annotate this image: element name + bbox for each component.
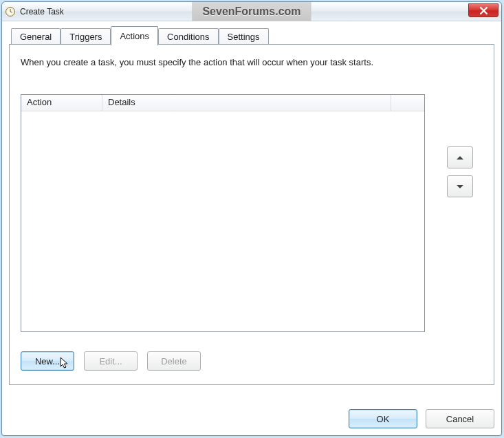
create-task-window: Create Task SevenForums.com General Trig… (1, 1, 502, 436)
reorder-buttons (447, 146, 473, 197)
titlebar: Create Task SevenForums.com (2, 2, 501, 21)
actions-tab-panel: When you create a task, you must specify… (9, 44, 494, 385)
chevron-down-icon (457, 185, 463, 188)
chevron-up-icon (457, 156, 463, 160)
move-down-button[interactable] (447, 175, 473, 197)
column-details[interactable]: Details (102, 95, 391, 111)
cursor-icon (60, 357, 69, 371)
tab-general[interactable]: General (11, 28, 61, 45)
move-up-button[interactable] (447, 146, 473, 168)
column-spacer (391, 95, 424, 111)
tab-strip: General Triggers Actions Conditions Sett… (9, 25, 494, 44)
tab-settings[interactable]: Settings (219, 28, 269, 45)
tab-conditions[interactable]: Conditions (158, 28, 218, 45)
dialog-buttons: OK Cancel (349, 409, 494, 428)
listview-header: Action Details (21, 95, 424, 111)
actions-listview[interactable]: Action Details (21, 94, 425, 332)
edit-button[interactable]: Edit... (84, 351, 138, 371)
close-icon (480, 7, 487, 14)
window-title: Create Task (20, 7, 64, 17)
dialog-content: General Triggers Actions Conditions Sett… (9, 25, 494, 428)
ok-button[interactable]: OK (349, 409, 417, 428)
action-buttons-row: New... Edit... Delete (21, 351, 201, 371)
close-button[interactable] (468, 3, 498, 17)
delete-button[interactable]: Delete (147, 351, 201, 371)
column-action[interactable]: Action (21, 95, 102, 111)
new-button[interactable]: New... (21, 351, 74, 371)
actions-description: When you create a task, you must specify… (10, 45, 494, 67)
watermark: SevenForums.com (192, 2, 311, 21)
new-button-label: New... (35, 356, 60, 366)
tab-actions[interactable]: Actions (111, 26, 158, 45)
task-scheduler-icon (5, 6, 16, 17)
cancel-button[interactable]: Cancel (426, 409, 494, 428)
tab-triggers[interactable]: Triggers (61, 28, 111, 45)
